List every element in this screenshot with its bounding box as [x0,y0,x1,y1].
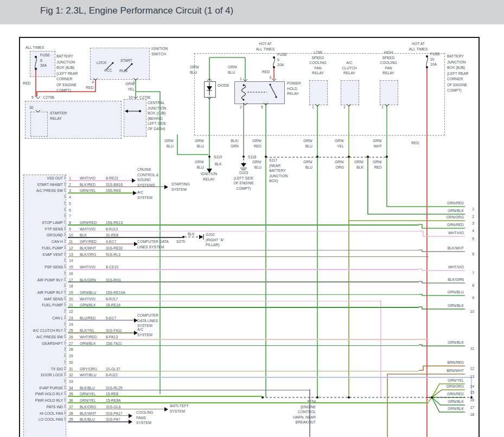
label-cjb: CENTRAL JUNCTION BOX (CJB) (BEHIND LEFT … [148,100,166,131]
pin-number: 32 [69,373,73,377]
connector-glyph: ) [64,366,65,370]
pin-row: CAN H ) 11 GRY/RED 4-EC7 [23,239,480,245]
pin-number: 38 [69,412,73,415]
pin-function-label: A/C CLUTCH RLY [23,329,63,332]
wire-line [68,415,129,416]
wire-line [68,187,164,188]
wire-line [68,421,129,422]
right-stub-11: GRN/BLK11 [428,340,479,351]
pin-row: HI COOL FAN ) 38 BLK/WHT 31S-PA17 [23,410,480,417]
label-band-grnblu-2: GRN/ BLU [191,138,204,149]
pin-row: AIR PUMP RLY ) 19 GRN/BLU 15S-RE10A [23,290,480,296]
right-stub-13: BRN/WHT13 [428,369,479,380]
pin-row: ) 22 [23,309,480,315]
circuit-id: 8-RJ17 [106,297,118,301]
stub-color: GRN/RED [447,223,464,227]
wire-line [68,237,183,238]
page-title: Fig 1: 2.3L, Engine Performance Circuit … [40,5,233,16]
connector-glyph: ) [64,271,65,274]
label-grnblu-ph: GRN/ BLU [228,65,237,75]
wire-color-label: BLK [80,233,87,237]
wire-color-label: BLK/ORG [80,253,96,256]
pin-function-label: PWR HOLD RLY [23,399,63,402]
pin-number: 21 [69,303,73,307]
circuit-id: 15S-TA21 [106,342,122,345]
pin-row: PATS IND ) 37 BLK/ORG 31S-GL6 [23,404,480,410]
pin-function-label: EVAP VENT [23,253,63,256]
label-pin1-ph: 1 [240,76,242,82]
pin-number: 29 [69,354,73,358]
stub-color: WHT/VIO [448,231,464,235]
wire-line [68,345,419,346]
pin-function-label: CAN H [23,240,63,243]
label-ac-clutch-relay: A/C CLUTCH RELAY [334,60,365,76]
stub-color: GRN/RED [447,392,464,396]
wire-line [68,294,419,295]
label-pin2-ph: 2 [240,105,242,110]
label-band-grnred-2: GRN/ RED [369,159,382,170]
connector-glyph: ) [64,346,65,350]
connector-glyph: ) [64,264,65,268]
circuit-id: 8-RJ22 [106,373,118,377]
pin-function-label: PWR HOLD RLY [23,392,63,396]
wire-line [68,243,134,245]
circuit-id: 15S-RE10A [106,291,125,294]
circuit-id: 31S-RH1 [106,278,121,282]
pin-function-label: VSS OUT [23,176,63,180]
label-power-hold-relay: POWER HOLD RELAY [287,81,301,97]
connector-glyph: ) [64,283,65,287]
label-s118: S118 [248,155,256,160]
label-grnyel-ign: GRN/ YEL [124,81,135,92]
pin-function-label: TX SIG [23,367,63,371]
pin-number: 31 [69,367,73,371]
wire-color-label: WHT/RED [80,335,97,339]
connector-glyph: ) [64,226,65,230]
wire-line [68,409,164,410]
circuit-id: 8-RJ13 [106,227,118,231]
pin-function-label: FUEL PUMP [23,246,63,250]
circuit-id: 15-RE16 [106,303,120,307]
wire-color-label: BLU/RED [80,316,95,320]
pin-row: GEARSHIFT ) 27 GRN/BLK 15S-TA21 [23,340,480,347]
connector-glyph: ) [64,188,65,191]
label-diode: DIODE [218,83,229,88]
pin-function-label: AIR PUMP RLY [23,291,63,294]
connector-glyph: ) [64,175,65,179]
connector-glyph: ) [64,353,65,357]
stub-number: 11 [470,346,474,350]
pin-function-label: STOP LAMP [23,221,63,224]
label-pin10: 10 [129,95,133,100]
power-hold-relay-box [234,81,285,104]
right-stub-7: WHT/VIO7 [428,265,479,276]
connector-glyph: ) [64,397,65,401]
connector-glyph: ) [64,252,65,255]
stub-color: GRN/BLK [448,407,464,410]
label-pin3-ph: 3 [269,75,271,80]
circuit-id: 15S-RE13 [106,221,123,224]
wire-line [68,256,429,258]
pin-function-label: DOOR LOCK [23,373,63,377]
circuit-id: 31S-PA17 [106,412,122,415]
pin-row: START INHIBIT ) 2 BLK/RED 31S-BB16 [23,182,480,188]
starter-relay-inner-box [30,112,48,137]
circuit-id: 15-RE8 [106,392,118,396]
pin-function-label: EVAP PURGE [23,386,63,390]
label-band-grnblk: GRN/ BLK [350,159,363,170]
label-high-speed-relay: HIGH SPEED COOLING FAN RELAY [373,50,404,76]
pin-row: ) 4 [23,194,480,201]
pin-number: 8 [69,221,71,224]
pin-number: 12 [69,246,73,250]
circuit-id: 15-RE8A [106,399,121,402]
connector-glyph: ) [64,340,65,344]
circuit-id: 31S-FA11 [106,329,122,332]
connector-glyph: ) [64,296,65,300]
pin-row: A/C PRESS SW ) 26 WHT/RED 8-PA13 [23,334,480,340]
wire-color-label: BLK/BLU [80,417,95,421]
connector-glyph: ) [64,385,65,389]
wire-line [68,231,419,232]
connector-glyph: ) [64,327,65,331]
connector-glyph: ) [64,207,65,211]
label-bjb-right: BATTERY JUNCTION BOX (BJB) (LEFT REAR CO… [447,54,469,94]
label-all-times: ALL TIMES [25,45,44,50]
pin-number: 24 [69,323,73,326]
